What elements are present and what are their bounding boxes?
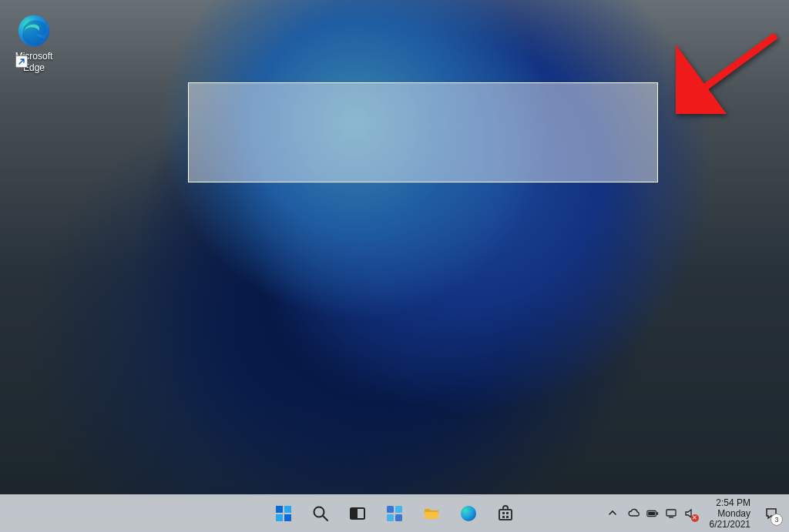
svg-rect-16: [502, 512, 505, 514]
edge-icon: [459, 504, 478, 523]
svg-point-14: [461, 506, 476, 521]
svg-rect-21: [656, 512, 658, 515]
svg-rect-17: [506, 512, 509, 514]
svg-rect-10: [387, 506, 394, 513]
svg-rect-13: [395, 514, 402, 521]
snip-selection-rectangle[interactable]: [188, 82, 658, 182]
svg-rect-11: [395, 506, 402, 513]
desktop-icon-microsoft-edge[interactable]: Microsoft Edge: [5, 14, 63, 74]
action-center-button[interactable]: 3: [758, 498, 784, 529]
clock-time: 2:54 PM: [710, 497, 750, 508]
volume-tray-icon[interactable]: ✕: [683, 507, 696, 520]
svg-rect-5: [284, 514, 291, 521]
store-icon: [496, 504, 515, 523]
svg-rect-2: [276, 506, 283, 513]
edge-icon: [17, 14, 51, 48]
svg-rect-15: [499, 510, 512, 520]
annotation-arrow: [676, 29, 784, 114]
folder-icon: [422, 504, 441, 523]
windows-logo-icon: [274, 504, 293, 523]
svg-rect-18: [502, 516, 505, 518]
svg-rect-19: [506, 516, 509, 518]
clock-date: 6/21/2021: [710, 519, 750, 530]
microsoft-store-button[interactable]: [490, 498, 521, 529]
start-button[interactable]: [268, 498, 299, 529]
screen-dim-overlay: [0, 0, 789, 495]
task-view-button[interactable]: [342, 498, 373, 529]
svg-rect-3: [284, 506, 291, 513]
edge-taskbar-button[interactable]: [453, 498, 484, 529]
onedrive-tray-icon[interactable]: [628, 507, 640, 520]
clock-day: Monday: [710, 508, 750, 519]
widgets-icon: [385, 504, 404, 523]
volume-muted-badge: ✕: [691, 514, 699, 522]
svg-rect-12: [387, 514, 394, 521]
svg-rect-22: [648, 512, 655, 515]
shortcut-overlay-icon: [15, 55, 28, 68]
svg-line-1: [690, 35, 776, 99]
svg-rect-4: [276, 514, 283, 521]
widgets-button[interactable]: [379, 498, 410, 529]
search-icon: [311, 504, 330, 523]
svg-line-7: [323, 516, 327, 520]
system-tray: ✕ 2:54 PM Monday 6/21/2021 3: [605, 495, 784, 532]
svg-rect-23: [666, 510, 676, 516]
network-tray-icon[interactable]: [665, 507, 677, 520]
desktop-icon-label: Microsoft Edge: [5, 51, 63, 74]
taskbar-clock[interactable]: 2:54 PM Monday 6/21/2021: [703, 497, 757, 530]
tray-overflow-button[interactable]: [605, 507, 620, 520]
taskbar: ✕ 2:54 PM Monday 6/21/2021 3: [0, 494, 789, 532]
taskbar-center-group: [268, 495, 521, 532]
notification-count-badge: 3: [771, 514, 783, 526]
file-explorer-button[interactable]: [416, 498, 447, 529]
search-button[interactable]: [305, 498, 336, 529]
svg-rect-9: [351, 508, 358, 519]
task-view-icon: [348, 504, 367, 523]
battery-tray-icon[interactable]: [646, 507, 659, 520]
